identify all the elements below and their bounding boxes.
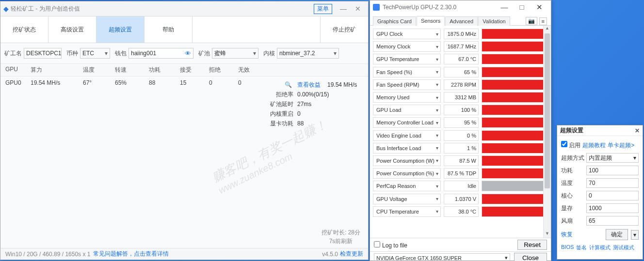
minimize-icon[interactable]: — bbox=[496, 3, 513, 12]
sensor-name[interactable]: GPU Clock bbox=[373, 29, 441, 39]
tab-advanced[interactable]: Advanced bbox=[445, 16, 478, 26]
sensor-name[interactable]: Power Consumption (W) bbox=[373, 155, 441, 166]
sensor-value: 0 % bbox=[444, 130, 479, 141]
sensor-graph bbox=[482, 79, 548, 90]
overclock-panel: 超频设置 ✕ 启用 超频教程 单卡超频> 超频方式内置超频 功耗100 温度70… bbox=[557, 125, 643, 260]
camera-icon[interactable]: 📷 bbox=[526, 17, 537, 25]
log-to-file-checkbox[interactable]: Log to file bbox=[374, 241, 407, 249]
sensor-name[interactable]: Memory Controller Load bbox=[373, 117, 441, 128]
sensor-name[interactable]: GPU Temperature bbox=[373, 54, 441, 64]
faq-link[interactable]: 常见问题解答，点击查看详情 bbox=[93, 250, 169, 258]
menu-icon[interactable]: ≡ bbox=[539, 17, 547, 25]
bios-link[interactable]: BIOS bbox=[561, 244, 574, 251]
pool-label: 矿池 bbox=[198, 49, 210, 58]
temp-input[interactable]: 70 bbox=[586, 178, 639, 188]
wallet-label: 钱包 bbox=[115, 49, 127, 58]
sensor-value: 95 % bbox=[444, 117, 479, 128]
calc-link[interactable]: 计算模式 bbox=[589, 244, 611, 251]
close-button[interactable]: Close bbox=[514, 253, 547, 261]
sensor-row: PerfCap ReasonIdle bbox=[373, 180, 548, 192]
tab-validation[interactable]: Validation bbox=[478, 16, 510, 26]
duration-value: 28分 bbox=[348, 229, 360, 236]
gpuz-logo-icon bbox=[373, 4, 380, 11]
cell-gpu: GPU0 bbox=[5, 79, 31, 86]
sensor-name[interactable]: Memory Used bbox=[373, 92, 441, 103]
sensor-name[interactable]: Memory Clock bbox=[373, 41, 441, 52]
restore-link[interactable]: 恢复 bbox=[561, 230, 573, 239]
fan-input[interactable]: 65 bbox=[586, 216, 639, 226]
sensor-name[interactable]: Power Consumption (%) bbox=[373, 168, 441, 179]
gpuz-footer: NVIDIA GeForce GTX 1650 SUPER Close bbox=[370, 251, 551, 261]
eye-icon[interactable]: 👁 bbox=[185, 50, 191, 57]
sensor-graph bbox=[482, 67, 548, 77]
temp-label: 温度 bbox=[561, 179, 586, 187]
version-label: v4.5.0 bbox=[322, 251, 338, 258]
tab-advanced[interactable]: 高级设置 bbox=[48, 16, 97, 43]
sensor-row: Memory Controller Load95 % bbox=[373, 116, 548, 129]
sensor-name[interactable]: Bus Interface Load bbox=[373, 143, 441, 154]
coin-select[interactable]: ETC bbox=[80, 48, 110, 59]
miner-tabs: 挖矿状态 高级设置 超频设置 帮助 停止挖矿 bbox=[0, 16, 368, 43]
cell-fan: 65% bbox=[115, 79, 149, 86]
sensor-value: 3312 MB bbox=[444, 92, 479, 103]
sensor-name[interactable]: PerfCap Reason bbox=[373, 181, 441, 191]
miner-window: ◆ 轻松矿工 - 为用户创造价值 菜单 — ✕ 挖矿状态 高级设置 超频设置 帮… bbox=[0, 1, 369, 260]
single-card-link[interactable]: 单卡超频> bbox=[608, 141, 634, 150]
reset-button[interactable]: Reset bbox=[517, 240, 547, 250]
tab-overclock[interactable]: 超频设置 bbox=[97, 16, 145, 43]
stop-mining-button[interactable]: 停止挖矿 bbox=[321, 16, 368, 43]
test-link[interactable]: 测试模式 bbox=[613, 244, 634, 251]
restart-value: 0 bbox=[297, 110, 301, 117]
minimize-icon[interactable]: — bbox=[336, 5, 351, 13]
miner-titlebar: ◆ 轻松矿工 - 为用户创造价值 菜单 — ✕ bbox=[0, 1, 368, 16]
sensor-name[interactable]: Fan Speed (RPM) bbox=[373, 79, 441, 90]
sensor-graph bbox=[482, 92, 548, 103]
hdr-hash: 算力 bbox=[31, 66, 83, 74]
profit-link[interactable]: 查看收益 bbox=[297, 81, 321, 88]
sensor-graph bbox=[482, 29, 548, 39]
tab-help[interactable]: 帮助 bbox=[145, 16, 193, 43]
tab-graphics-card[interactable]: Graphics Card bbox=[373, 16, 416, 26]
sensor-row: CPU Temperature38.0 °C bbox=[373, 205, 548, 218]
tutorial-link[interactable]: 超频教程 bbox=[582, 141, 606, 150]
tab-sensors[interactable]: Sensors bbox=[417, 16, 445, 26]
menu-button[interactable]: 菜单 bbox=[314, 4, 332, 14]
pow-input[interactable]: 100 bbox=[586, 166, 639, 175]
wallet-input[interactable]: haiing001 👁 bbox=[129, 48, 193, 59]
cell-temp: 67° bbox=[83, 79, 115, 86]
sensor-name[interactable]: GPU Load bbox=[373, 105, 441, 115]
maximize-icon[interactable]: □ bbox=[513, 3, 531, 12]
enable-checkbox[interactable]: 启用 bbox=[561, 141, 580, 150]
core-input[interactable]: 0 bbox=[586, 191, 639, 200]
ok-button[interactable]: 确定 bbox=[606, 229, 628, 240]
close-icon[interactable]: ✕ bbox=[351, 5, 365, 13]
sensor-row: Memory Used3312 MB bbox=[373, 91, 548, 104]
sensor-name[interactable]: Fan Speed (%) bbox=[373, 67, 441, 77]
scroll-thumb[interactable] bbox=[545, 33, 550, 188]
restart-label: 内核重启 bbox=[266, 110, 297, 118]
coin-label: 币种 bbox=[66, 49, 78, 58]
sensor-name[interactable]: GPU Voltage bbox=[373, 194, 441, 204]
sensor-name[interactable]: Video Engine Load bbox=[373, 130, 441, 141]
tab-status[interactable]: 挖矿状态 bbox=[0, 16, 48, 43]
sensor-name[interactable]: CPU Temperature bbox=[373, 206, 441, 217]
sign-link[interactable]: 签名 bbox=[576, 244, 587, 251]
worker-input[interactable]: DESKTOPC1T bbox=[24, 48, 62, 59]
scroll-down-icon[interactable]: ▼ bbox=[544, 231, 551, 238]
mode-select[interactable]: 内置超频 bbox=[586, 153, 639, 163]
gpu-select[interactable]: NVIDIA GeForce GTX 1650 SUPER bbox=[374, 253, 510, 261]
system-info: Win10 / 20G / 460.89 / 1650s x 1 bbox=[5, 251, 90, 258]
check-update-link[interactable]: 检查更新 bbox=[340, 250, 363, 258]
close-icon[interactable]: ✕ bbox=[635, 127, 640, 134]
close-icon[interactable]: ✕ bbox=[531, 3, 548, 12]
profit-value: 19.54 MH/s bbox=[327, 81, 357, 88]
pool-select[interactable]: 蜜蜂 bbox=[212, 48, 258, 59]
sensor-value: 67.0 °C bbox=[444, 54, 479, 64]
core-select[interactable]: nbminer_37.2 bbox=[277, 48, 339, 59]
scroll-up-icon[interactable]: ▲ bbox=[544, 26, 551, 32]
sensor-row: GPU Load100 % bbox=[373, 104, 548, 116]
scrollbar[interactable]: ▲ ▼ bbox=[543, 26, 551, 238]
sensor-row: GPU Clock1875.0 MHz bbox=[373, 28, 548, 40]
ok-dropdown-icon[interactable]: ▾ bbox=[631, 230, 639, 240]
mem-input[interactable]: 1000 bbox=[586, 203, 639, 213]
